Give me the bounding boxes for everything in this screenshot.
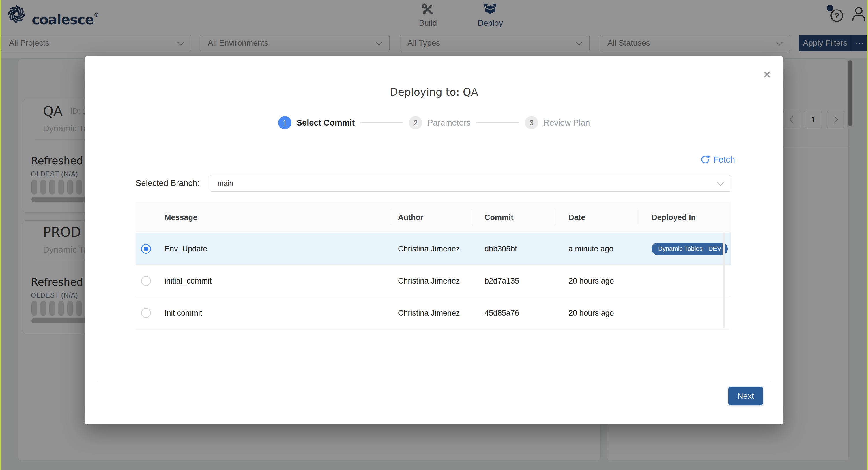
close-icon[interactable]: ✕ [760,67,774,82]
step-number: 3 [525,116,538,129]
commit-row-initial-commit[interactable]: initial_commit Christina Jimenez b2d7a13… [135,265,731,297]
chevron-down-icon [717,178,724,186]
cell-commit: dbb305bf [485,233,517,265]
next-button[interactable]: Next [728,387,763,405]
col-deployed-in: Deployed In [652,202,696,233]
step-label: Review Plan [544,118,590,127]
col-message: Message [164,202,197,233]
cell-message: Init commit [164,297,202,329]
radio-selected[interactable] [141,244,151,254]
step-select-commit[interactable]: 1 Select Commit [278,116,354,129]
branch-label: Selected Branch: [135,178,199,188]
column-divider [471,210,472,225]
step-connector [476,122,519,123]
cell-commit: 45d85a76 [485,297,519,329]
deploy-stepper: 1 Select Commit 2 Parameters 3 Review Pl… [85,116,783,129]
screen-share-edge-right [867,0,868,470]
step-number: 1 [278,116,291,129]
screen-share-edge-left [0,0,1,470]
fetch-button[interactable]: Fetch [700,155,735,165]
fetch-label: Fetch [713,155,735,165]
cell-message: initial_commit [164,265,212,297]
cell-author: Christina Jimenez [398,233,460,265]
commits-table-header: Message Author Commit Date Deployed In [135,202,731,233]
step-number: 2 [409,116,422,129]
radio-unselected[interactable] [141,308,151,318]
deploy-modal: ✕ Deploying to: QA 1 Select Commit 2 Par… [85,56,783,424]
app-root: coalesce® Build [0,0,868,470]
radio-unselected[interactable] [141,276,151,286]
commit-row-env-update[interactable]: Env_Update Christina Jimenez dbb305bf a … [135,233,731,265]
modal-title: Deploying to: QA [85,86,783,98]
deployed-in-badge: Dynamic Tables - DEV [652,242,728,255]
cell-message: Env_Update [164,233,208,265]
cell-commit: b2d7a135 [485,265,519,297]
step-label: Parameters [427,118,471,127]
commits-table: Message Author Commit Date Deployed In E… [135,202,731,329]
refresh-icon [700,155,710,165]
col-commit: Commit [485,202,514,233]
step-parameters[interactable]: 2 Parameters [409,116,471,129]
column-divider [555,210,556,225]
step-connector [361,122,403,123]
commit-row-init-commit[interactable]: Init commit Christina Jimenez 45d85a76 2… [135,297,731,329]
col-date: Date [568,202,586,233]
column-divider [390,210,391,225]
cell-date: a minute ago [568,233,614,265]
table-scrollbar-track[interactable] [722,233,725,328]
branch-value: main [218,179,233,188]
modal-footer-divider [98,381,770,381]
branch-select[interactable]: main [210,175,731,192]
col-author: Author [398,202,423,233]
cell-author: Christina Jimenez [398,265,460,297]
step-review-plan[interactable]: 3 Review Plan [525,116,590,129]
column-divider [639,210,640,225]
cell-date: 20 hours ago [568,297,614,329]
cell-author: Christina Jimenez [398,297,460,329]
step-label: Select Commit [297,118,354,127]
cell-date: 20 hours ago [568,265,614,297]
